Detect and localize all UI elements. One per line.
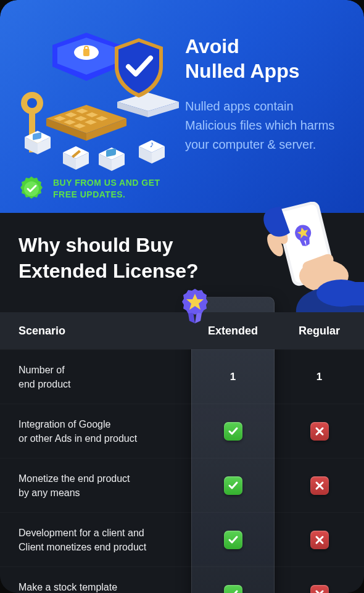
regular-value: 1 xyxy=(316,371,322,383)
regular-cell xyxy=(275,585,364,593)
extended-cell: 1 xyxy=(191,371,275,383)
extended-cell xyxy=(191,422,275,441)
scenario-cell: Make a stock templateas end product xyxy=(19,580,191,594)
cross-icon xyxy=(310,585,329,593)
award-rosette-icon xyxy=(179,288,211,326)
shield-check-icon xyxy=(111,37,167,99)
regular-cell xyxy=(275,476,364,495)
hands-phone-illustration xyxy=(228,202,364,313)
hero-title-line1: Avoid xyxy=(185,35,239,57)
scenario-line2: or other Ads in end product xyxy=(19,433,137,444)
buy-text-line1: BUY FROM US AND GET xyxy=(53,178,160,188)
header-extended: Extended xyxy=(191,325,275,338)
check-icon xyxy=(224,422,242,441)
extended-value: 1 xyxy=(230,371,236,383)
cross-icon xyxy=(310,422,329,441)
extended-cell xyxy=(191,585,275,593)
regular-cell xyxy=(275,531,364,549)
table-row: Development for a client andClient monet… xyxy=(0,512,364,566)
hero-title-line2: Nulled Apps xyxy=(185,60,299,82)
scenario-cell: Number ofend product xyxy=(19,363,191,391)
promo-card: ♪ Avoid Nulled Apps Nulled apps contain … xyxy=(0,0,364,593)
scenario-line1: Number of xyxy=(19,365,65,375)
scenario-cell: Monetize the end productby any means xyxy=(19,471,191,500)
scenario-cell: Integration of Googleor other Ads in end… xyxy=(19,417,191,446)
extended-cell xyxy=(191,476,275,495)
header-regular: Regular xyxy=(275,325,364,338)
hero-description: Nulled apps contain Malicious files whic… xyxy=(185,97,345,154)
svg-rect-53 xyxy=(334,282,364,305)
table-row: Number ofend product11 xyxy=(0,349,364,404)
scenario-line1: Monetize the end product xyxy=(19,473,130,484)
svg-text:♪: ♪ xyxy=(150,139,154,149)
table-row: Make a stock templateas end product xyxy=(0,566,364,593)
keyboard-icon xyxy=(46,105,126,142)
scenario-line2: end product xyxy=(19,379,71,389)
buy-callout: BUY FROM US AND GET FREE UPDATES. xyxy=(19,176,160,202)
cube-gallery-icon xyxy=(25,130,51,156)
cross-icon xyxy=(310,476,329,495)
extended-cell xyxy=(191,531,275,549)
table-row: Monetize the end productby any means xyxy=(0,458,364,512)
table-row: Integration of Googleor other Ads in end… xyxy=(0,404,364,458)
hero-title: Avoid Nulled Apps xyxy=(185,34,345,83)
scenario-line1: Make a stock template xyxy=(19,582,117,592)
hero-section: ♪ Avoid Nulled Apps Nulled apps contain … xyxy=(0,0,364,213)
check-icon xyxy=(224,476,242,495)
monitor-icon xyxy=(52,33,120,82)
regular-cell: 1 xyxy=(275,371,364,383)
scenario-line2: Client monetizes end product xyxy=(19,542,146,552)
cross-icon xyxy=(310,531,329,549)
check-icon xyxy=(224,585,242,593)
header-scenario: Scenario xyxy=(19,323,191,339)
comparison-table: Scenario Extended Regular Number ofend p… xyxy=(0,312,364,593)
license-section: Why should Buy Extended License? xyxy=(0,213,364,593)
verified-seal-icon xyxy=(19,176,44,202)
scenario-cell: Development for a client andClient monet… xyxy=(19,526,191,554)
buy-text-line2: FREE UPDATES. xyxy=(53,189,125,199)
cube-music-icon: ♪ xyxy=(139,139,165,165)
cube-pen-icon xyxy=(63,145,89,171)
scenario-line1: Development for a client and xyxy=(19,528,144,538)
check-icon xyxy=(224,531,242,549)
scenario-line2: by any means xyxy=(19,487,80,498)
section-title-line1: Why should Buy xyxy=(19,234,173,256)
hero-illustration: ♪ xyxy=(19,15,173,157)
scenario-line1: Integration of Google xyxy=(19,419,110,429)
cube-image-icon xyxy=(99,146,125,172)
section-title-line2: Extended License? xyxy=(19,260,199,282)
regular-cell xyxy=(275,422,364,441)
svg-point-9 xyxy=(27,98,37,108)
buy-text: BUY FROM US AND GET FREE UPDATES. xyxy=(53,177,160,201)
